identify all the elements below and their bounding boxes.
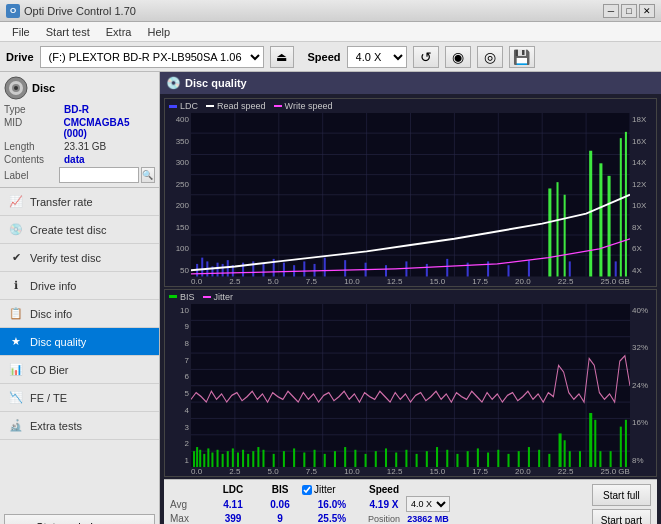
sidebar-item-fe-te[interactable]: 📉 FE / TE xyxy=(0,384,159,412)
nav-items: 📈 Transfer rate 💿 Create test disc ✔ Ver… xyxy=(0,188,159,510)
top-chart-header: LDC Read speed Write speed xyxy=(165,99,656,113)
drive-select[interactable]: (F:) PLEXTOR BD-R PX-LB950SA 1.06 xyxy=(40,46,264,68)
sidebar-item-label: Disc quality xyxy=(30,336,86,348)
svg-rect-81 xyxy=(203,453,205,467)
sidebar-item-extra-tests[interactable]: 🔬 Extra tests xyxy=(0,412,159,440)
x-label: 12.5 xyxy=(387,467,403,476)
menu-help[interactable]: Help xyxy=(139,24,178,40)
eject-button[interactable]: ⏏ xyxy=(270,46,294,68)
svg-rect-90 xyxy=(247,453,249,467)
minimize-button[interactable]: ─ xyxy=(603,4,619,18)
svg-rect-109 xyxy=(426,451,428,467)
x-label: 10.0 xyxy=(344,277,360,286)
svg-rect-86 xyxy=(227,451,229,467)
avg-ldc: 4.11 xyxy=(208,499,258,510)
svg-rect-46 xyxy=(487,261,489,276)
stats-table: LDC BIS Jitter Speed Avg 4.11 xyxy=(170,484,450,524)
svg-point-3 xyxy=(14,86,18,90)
ldc-legend: LDC xyxy=(169,101,198,111)
svg-rect-85 xyxy=(222,453,224,467)
right-panel: 💿 Disc quality LDC Read speed xyxy=(160,72,661,524)
length-value: 23.31 GB xyxy=(64,141,106,152)
type-label: Type xyxy=(4,104,64,115)
jitter-legend-color xyxy=(203,296,211,298)
refresh-button[interactable]: ↺ xyxy=(413,46,439,68)
svg-rect-122 xyxy=(559,433,562,467)
svg-rect-120 xyxy=(538,449,540,467)
menu-file[interactable]: File xyxy=(4,24,38,40)
col-ldc-header: LDC xyxy=(208,484,258,495)
speed-test-select[interactable]: 4.0 X xyxy=(406,496,450,512)
menu-start-test[interactable]: Start test xyxy=(38,24,98,40)
contents-value: data xyxy=(64,154,85,165)
y-right-label: 6X xyxy=(630,244,656,253)
sidebar-item-label: Verify test disc xyxy=(30,252,101,264)
jitter-checkbox[interactable] xyxy=(302,485,312,495)
y-label: 200 xyxy=(165,201,191,210)
sidebar-item-disc-info[interactable]: 📋 Disc info xyxy=(0,300,159,328)
svg-rect-54 xyxy=(599,163,602,276)
svg-rect-95 xyxy=(283,451,285,467)
svg-rect-98 xyxy=(314,449,316,467)
start-full-button[interactable]: Start full xyxy=(592,484,651,506)
svg-rect-50 xyxy=(556,182,558,276)
max-bis: 9 xyxy=(260,513,300,524)
disc-contents-row: Contents data xyxy=(4,154,155,165)
svg-rect-108 xyxy=(416,453,418,467)
y-label: 250 xyxy=(165,180,191,189)
svg-rect-57 xyxy=(620,138,622,276)
x-label: 15.0 xyxy=(430,467,446,476)
y-right-label: 16% xyxy=(630,418,656,427)
svg-rect-36 xyxy=(303,261,305,276)
sidebar-item-cd-bier[interactable]: 📊 CD Bier xyxy=(0,356,159,384)
y-right-label: 8% xyxy=(630,456,656,465)
x-label: 2.5 xyxy=(229,277,240,286)
svg-rect-125 xyxy=(579,451,581,467)
svg-rect-102 xyxy=(354,449,356,467)
y-right-label: 18X xyxy=(630,115,656,124)
read-button[interactable]: ◉ xyxy=(445,46,471,68)
write-button[interactable]: ◎ xyxy=(477,46,503,68)
top-chart: LDC Read speed Write speed 400 xyxy=(164,98,657,287)
svg-rect-117 xyxy=(507,453,509,467)
status-window-button[interactable]: Status window >> xyxy=(4,514,155,524)
sidebar-item-verify-test-disc[interactable]: ✔ Verify test disc xyxy=(0,244,159,272)
drive-bar: Drive (F:) PLEXTOR BD-R PX-LB950SA 1.06 … xyxy=(0,42,661,72)
fe-te-icon: 📉 xyxy=(8,390,24,406)
x-label: 25.0 GB xyxy=(601,467,630,476)
save-button[interactable]: 💾 xyxy=(509,46,535,68)
label-input[interactable] xyxy=(59,167,139,183)
x-label: 25.0 GB xyxy=(601,277,630,286)
svg-rect-92 xyxy=(257,447,259,467)
svg-rect-115 xyxy=(487,452,489,467)
mid-value: CMCMAGBA5 (000) xyxy=(64,117,155,139)
menu-extra[interactable]: Extra xyxy=(98,24,140,40)
sidebar-item-transfer-rate[interactable]: 📈 Transfer rate xyxy=(0,188,159,216)
transfer-rate-icon: 📈 xyxy=(8,194,24,210)
sidebar-item-label: Drive info xyxy=(30,280,76,292)
start-part-button[interactable]: Start part xyxy=(592,509,651,524)
svg-rect-53 xyxy=(589,151,592,277)
sidebar-item-create-test-disc[interactable]: 💿 Create test disc xyxy=(0,216,159,244)
svg-rect-27 xyxy=(222,264,224,277)
sidebar-item-disc-quality[interactable]: ★ Disc quality xyxy=(0,328,159,356)
svg-rect-111 xyxy=(446,449,448,467)
speed-select[interactable]: 4.0 X xyxy=(347,46,407,68)
x-label: 2.5 xyxy=(229,467,240,476)
window-controls: ─ □ ✕ xyxy=(603,4,655,18)
label-search-button[interactable]: 🔍 xyxy=(141,167,155,183)
app-logo: O xyxy=(6,4,20,18)
x-label: 22.5 xyxy=(558,277,574,286)
svg-rect-113 xyxy=(467,451,469,467)
y-right-label: 8X xyxy=(630,223,656,232)
svg-rect-126 xyxy=(589,413,592,468)
write-speed-legend-label: Write speed xyxy=(285,101,333,111)
sidebar-item-drive-info[interactable]: ℹ Drive info xyxy=(0,272,159,300)
disc-quality-icon: ★ xyxy=(8,334,24,350)
close-button[interactable]: ✕ xyxy=(639,4,655,18)
x-label: 0.0 xyxy=(191,467,202,476)
ldc-legend-color xyxy=(169,105,177,108)
restore-button[interactable]: □ xyxy=(621,4,637,18)
x-label: 17.5 xyxy=(472,467,488,476)
disc-label-row: Label 🔍 xyxy=(4,167,155,183)
